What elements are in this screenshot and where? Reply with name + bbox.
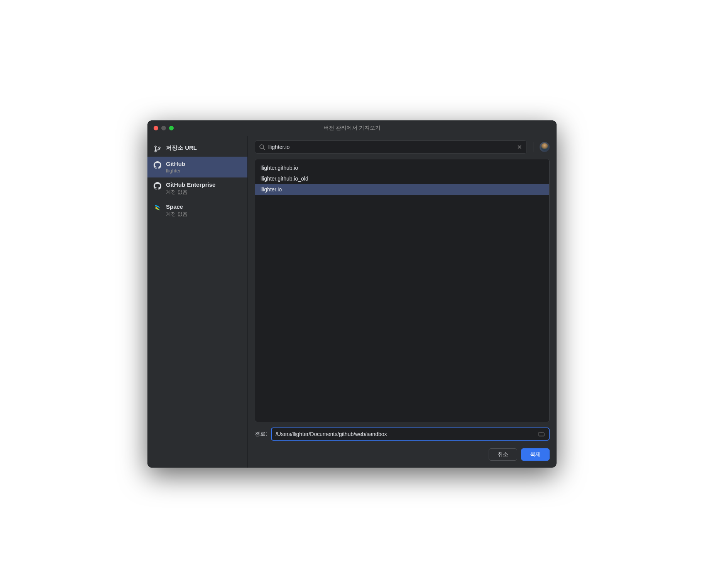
search-row: [255, 140, 550, 154]
avatar[interactable]: [540, 142, 550, 152]
list-item[interactable]: llighter.github.io: [255, 162, 549, 173]
sidebar-item-label: GitHub: [166, 161, 185, 167]
space-icon: [154, 204, 161, 212]
svg-point-1: [155, 150, 156, 152]
divider: [533, 142, 533, 152]
search-icon: [259, 144, 265, 150]
clone-button[interactable]: 복제: [521, 448, 550, 461]
sidebar-text: GitHub Enterprise 계정 없음: [166, 181, 215, 196]
sidebar-item-github[interactable]: GitHub llighter: [147, 157, 247, 177]
svg-point-0: [155, 146, 156, 147]
path-label: 경로:: [255, 431, 267, 438]
sidebar-text: Space 계정 없음: [166, 203, 188, 218]
sidebar-item-label: Space: [166, 203, 188, 210]
sidebar-item-label: GitHub Enterprise: [166, 181, 215, 188]
window-maximize-button[interactable]: [169, 126, 174, 130]
titlebar: 버전 관리에서 가져오기: [147, 120, 557, 136]
github-icon: [154, 182, 161, 190]
sidebar-item-github-enterprise[interactable]: GitHub Enterprise 계정 없음: [147, 177, 247, 199]
path-input[interactable]: [276, 431, 538, 437]
sidebar-item-label: 저장소 URL: [166, 144, 197, 152]
sidebar-item-subtitle: 계정 없음: [166, 189, 215, 196]
svg-point-3: [260, 145, 264, 149]
github-icon: [154, 161, 161, 169]
window-close-button[interactable]: [154, 126, 158, 130]
svg-point-2: [159, 147, 160, 149]
sidebar-item-repo-url[interactable]: 저장소 URL: [147, 140, 247, 157]
search-input[interactable]: [268, 144, 513, 150]
path-row: 경로:: [255, 427, 550, 441]
vcs-import-dialog: 버전 관리에서 가져오기 저장소 URL: [147, 120, 557, 468]
list-item[interactable]: llighter.io: [255, 184, 549, 195]
folder-icon[interactable]: [538, 431, 545, 438]
sidebar-item-space[interactable]: Space 계정 없음: [147, 199, 247, 221]
clear-icon[interactable]: [516, 144, 523, 150]
branch-icon: [154, 145, 161, 153]
window-title: 버전 관리에서 가져오기: [147, 125, 557, 132]
main-panel: llighter.github.io llighter.github.io_ol…: [248, 136, 557, 468]
results-list: llighter.github.io llighter.github.io_ol…: [255, 159, 550, 422]
path-input-wrap[interactable]: [271, 427, 550, 441]
sidebar: 저장소 URL GitHub llighter: [147, 136, 248, 468]
sidebar-text: GitHub llighter: [166, 161, 185, 174]
content: 저장소 URL GitHub llighter: [147, 136, 557, 468]
window-minimize-button[interactable]: [161, 126, 166, 130]
traffic-lights: [147, 126, 174, 130]
button-row: 취소 복제: [255, 448, 550, 461]
sidebar-text: 저장소 URL: [166, 144, 197, 152]
sidebar-item-subtitle: 계정 없음: [166, 211, 188, 218]
cancel-button[interactable]: 취소: [489, 448, 517, 461]
list-item[interactable]: llighter.github.io_old: [255, 173, 549, 184]
sidebar-item-subtitle: llighter: [166, 168, 185, 174]
search-box[interactable]: [255, 140, 527, 154]
